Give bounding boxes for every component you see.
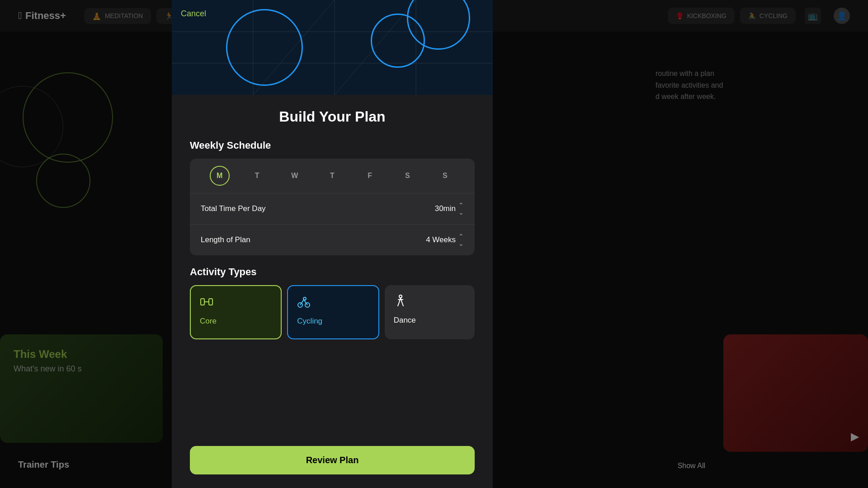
days-row: M T W T F S S xyxy=(190,159,475,193)
day-wednesday[interactable]: W xyxy=(276,166,313,186)
day-circle-t1: T xyxy=(247,166,267,186)
weekly-schedule-title: Weekly Schedule xyxy=(190,140,475,151)
modal-circle-large xyxy=(226,9,303,86)
activity-grid: Core Cycling xyxy=(190,285,475,339)
day-sunday[interactable]: S xyxy=(426,166,464,186)
day-circle-s1: S xyxy=(397,166,417,186)
activity-core[interactable]: Core xyxy=(190,285,282,339)
dance-label: Dance xyxy=(394,316,466,325)
modal-header: Cancel xyxy=(172,0,493,95)
activity-cycling[interactable]: Cycling xyxy=(287,285,379,339)
modal-title: Build Your Plan xyxy=(190,108,475,125)
day-thursday[interactable]: T xyxy=(313,166,351,186)
core-icon xyxy=(200,295,272,311)
day-monday[interactable]: M xyxy=(201,166,238,186)
length-stepper-icon: ⌃⌄ xyxy=(458,233,464,247)
review-plan-button[interactable]: Review Plan xyxy=(190,446,475,474)
cycling-label: Cycling xyxy=(297,317,369,326)
length-text: 4 Weeks xyxy=(426,235,456,244)
modal-footer: Review Plan xyxy=(172,437,493,488)
dance-icon xyxy=(394,294,466,310)
day-saturday[interactable]: S xyxy=(389,166,426,186)
day-circle-f: F xyxy=(360,166,380,186)
day-circle-w: W xyxy=(285,166,305,186)
svg-point-12 xyxy=(303,297,306,300)
modal-body: Build Your Plan Weekly Schedule M T W T … xyxy=(172,95,493,437)
length-value[interactable]: 4 Weeks ⌃⌄ xyxy=(426,233,464,247)
cycling-activity-icon xyxy=(297,295,369,311)
time-stepper-icon: ⌃⌄ xyxy=(458,202,464,216)
total-time-value[interactable]: 30min ⌃⌄ xyxy=(435,202,464,216)
day-friday[interactable]: F xyxy=(351,166,389,186)
activity-types-title: Activity Types xyxy=(190,266,475,278)
length-label: Length of Plan xyxy=(201,235,250,244)
length-row: Length of Plan 4 Weeks ⌃⌄ xyxy=(190,225,475,255)
svg-rect-7 xyxy=(201,299,204,305)
day-tuesday[interactable]: T xyxy=(238,166,276,186)
svg-rect-8 xyxy=(209,299,212,305)
total-time-label: Total Time Per Day xyxy=(201,204,266,213)
total-time-row: Total Time Per Day 30min ⌃⌄ xyxy=(190,193,475,225)
schedule-card: M T W T F S S xyxy=(190,159,475,255)
day-circle-t2: T xyxy=(322,166,342,186)
cancel-button[interactable]: Cancel xyxy=(181,9,206,19)
day-circle-s2: S xyxy=(435,166,455,186)
day-circle-m: M xyxy=(210,166,230,186)
total-time-text: 30min xyxy=(435,204,456,213)
build-plan-modal: Cancel Build Your Plan Weekly Schedule M… xyxy=(172,0,493,488)
core-label: Core xyxy=(200,317,272,326)
activity-dance[interactable]: Dance xyxy=(385,285,475,339)
